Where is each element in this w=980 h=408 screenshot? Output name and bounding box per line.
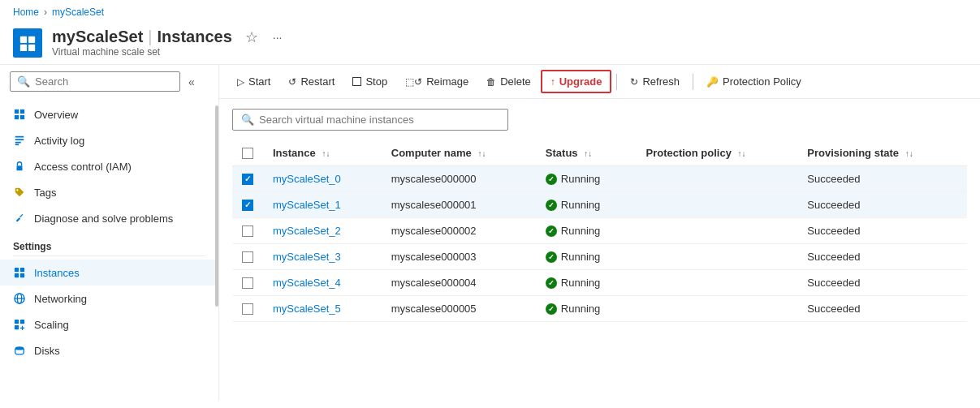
sidebar-item-diagnose-label: Diagnose and solve problems	[34, 213, 173, 225]
sidebar-item-scaling-label: Scaling	[34, 319, 69, 331]
instances-table: Instance ↑↓ Computer name ↑↓ Status ↑↓	[232, 140, 967, 322]
start-icon: ▷	[237, 76, 244, 88]
sidebar-item-networking[interactable]: Networking	[0, 286, 218, 311]
sidebar-item-instances[interactable]: Instances	[0, 260, 218, 286]
protection-policy-icon: 🔑	[706, 76, 719, 88]
status-cell: Running	[536, 166, 637, 192]
sort-icon-provisioning-state: ↑↓	[905, 149, 913, 158]
instances-search-icon: 🔍	[241, 114, 254, 126]
status-running-icon	[546, 174, 557, 185]
svg-rect-6	[15, 115, 19, 119]
instances-search-input[interactable]	[259, 114, 499, 126]
sidebar-item-access-control[interactable]: Access control (IAM)	[0, 153, 218, 179]
table-row: myScaleSet_0 myscalese000000 Running Suc…	[232, 166, 967, 192]
row-checkbox[interactable]	[242, 200, 253, 211]
col-header-computer-name[interactable]: Computer name ↑↓	[382, 140, 536, 166]
upgrade-button[interactable]: ↑ Upgrade	[541, 70, 612, 93]
sidebar-search-container[interactable]: 🔍	[10, 71, 180, 92]
restart-button[interactable]: ↺ Restart	[280, 71, 343, 92]
page-header: myScaleSet | Instances ☆ ··· Virtual mac…	[0, 24, 980, 65]
instance-link[interactable]: myScaleSet_3	[273, 251, 341, 263]
row-checkbox-cell	[232, 244, 263, 270]
sidebar-item-tags[interactable]: Tags	[0, 179, 218, 205]
protection-policy-button[interactable]: 🔑 Protection Policy	[698, 71, 809, 92]
svg-rect-22	[15, 320, 19, 324]
row-checkbox-cell	[232, 166, 263, 192]
stop-button[interactable]: Stop	[344, 71, 395, 92]
sidebar-nav: Overview Activity log Access control (IA…	[0, 98, 218, 400]
sidebar-search-input[interactable]	[35, 75, 173, 88]
favorite-button[interactable]: ☆	[244, 28, 260, 46]
status-text: Running	[561, 303, 600, 315]
row-checkbox[interactable]	[242, 303, 253, 315]
svg-point-25	[15, 346, 24, 350]
svg-rect-3	[28, 44, 35, 50]
instance-link[interactable]: myScaleSet_4	[273, 277, 341, 289]
col-header-status[interactable]: Status ↑↓	[536, 140, 637, 166]
network-icon	[13, 292, 26, 305]
content-area: ▷ Start ↺ Restart Stop ⬚↺ Reimage 🗑 Dele…	[219, 65, 980, 400]
page-title-area: myScaleSet | Instances ☆ ··· Virtual mac…	[52, 28, 283, 58]
sidebar-item-disks[interactable]: Disks	[0, 337, 218, 363]
row-checkbox[interactable]	[242, 251, 253, 263]
instances-search-container[interactable]: 🔍	[232, 109, 508, 131]
svg-rect-16	[20, 268, 24, 272]
col-header-instance[interactable]: Instance ↑↓	[263, 140, 382, 166]
computer-name-cell: myscalese000003	[382, 244, 536, 270]
sidebar-item-access-control-label: Access control (IAM)	[34, 161, 132, 173]
breadcrumb: Home › myScaleSet	[0, 0, 980, 24]
provisioning-state-cell: Succeeded	[797, 192, 967, 218]
svg-rect-9	[15, 139, 24, 140]
grid-icon	[13, 108, 26, 121]
status-running-icon	[546, 277, 557, 289]
breadcrumb-current[interactable]: myScaleSet	[52, 6, 104, 18]
refresh-button[interactable]: ↻ Refresh	[622, 71, 688, 92]
wrench-icon	[13, 212, 26, 225]
select-all-checkbox[interactable]	[242, 148, 253, 159]
sidebar-item-diagnose[interactable]: Diagnose and solve problems	[0, 205, 218, 231]
instance-cell: myScaleSet_1	[263, 192, 382, 218]
instance-link[interactable]: myScaleSet_0	[273, 173, 341, 185]
breadcrumb-home[interactable]: Home	[13, 6, 39, 18]
reimage-button[interactable]: ⬚↺ Reimage	[397, 71, 477, 92]
sidebar-item-overview[interactable]: Overview	[0, 101, 218, 127]
col-header-provisioning-state[interactable]: Provisioning state ↑↓	[797, 140, 967, 166]
row-checkbox[interactable]	[242, 277, 253, 289]
start-button[interactable]: ▷ Start	[229, 71, 278, 92]
sidebar-item-instances-label: Instances	[34, 267, 80, 279]
instance-cell: myScaleSet_3	[263, 244, 382, 270]
instance-link[interactable]: myScaleSet_1	[273, 199, 341, 211]
svg-rect-0	[20, 36, 27, 42]
status-running-icon	[546, 200, 557, 211]
delete-button[interactable]: 🗑 Delete	[478, 71, 539, 92]
status-cell: Running	[536, 296, 637, 322]
page-icon	[13, 28, 42, 58]
table-row: myScaleSet_3 myscalese000003 Running Suc…	[232, 244, 967, 270]
settings-divider	[13, 256, 205, 256]
protection-policy-cell	[636, 244, 797, 270]
svg-rect-2	[20, 44, 27, 50]
instance-cell: myScaleSet_0	[263, 166, 382, 192]
protection-policy-cell	[636, 192, 797, 218]
sidebar-item-scaling[interactable]: Scaling	[0, 311, 218, 337]
row-checkbox-cell	[232, 218, 263, 244]
row-checkbox[interactable]	[242, 225, 253, 237]
svg-rect-12	[17, 165, 23, 170]
row-checkbox[interactable]	[242, 174, 253, 185]
instance-link[interactable]: myScaleSet_5	[273, 303, 341, 315]
svg-rect-24	[15, 325, 19, 329]
computer-name-cell: myscalese000005	[382, 296, 536, 322]
instance-link[interactable]: myScaleSet_2	[273, 225, 341, 237]
status-text: Running	[561, 225, 600, 237]
svg-rect-11	[15, 144, 19, 145]
status-running-icon	[546, 251, 557, 263]
sort-icon-computer-name: ↑↓	[477, 149, 486, 158]
row-checkbox-cell	[232, 192, 263, 218]
sidebar-collapse-icon[interactable]: «	[188, 75, 195, 88]
more-button[interactable]: ···	[271, 31, 284, 44]
provisioning-state-cell: Succeeded	[797, 296, 967, 322]
header-checkbox-cell	[232, 140, 263, 166]
sidebar-item-activity-log[interactable]: Activity log	[0, 127, 218, 153]
svg-rect-5	[20, 110, 24, 114]
col-header-protection-policy[interactable]: Protection policy ↑↓	[636, 140, 797, 166]
